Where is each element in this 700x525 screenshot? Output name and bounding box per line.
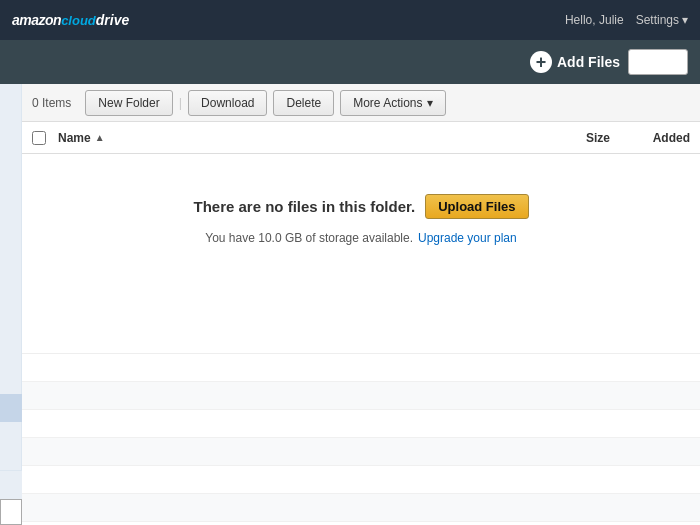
sidebar-bottom-checkbox[interactable] [0, 499, 22, 525]
size-column-header[interactable]: Size [530, 131, 610, 145]
settings-button[interactable]: Settings ▾ [636, 13, 688, 27]
new-folder-button[interactable]: New Folder [85, 90, 172, 116]
settings-label: Settings [636, 13, 679, 27]
select-all-checkbox[interactable] [32, 131, 46, 145]
sidebar-active-item [0, 394, 22, 422]
top-navigation: amazon cloud drive Hello, Julie Settings… [0, 0, 700, 40]
table-row [22, 382, 700, 410]
empty-text: There are no files in this folder. [193, 198, 415, 215]
table-row [22, 410, 700, 438]
table-row [22, 466, 700, 494]
table-row [22, 494, 700, 522]
search-input[interactable] [628, 49, 688, 75]
logo-drive: drive [96, 12, 129, 28]
empty-folder-message: There are no files in this folder. Uploa… [193, 194, 528, 219]
main-content-area: There are no files in this folder. Uploa… [22, 154, 700, 354]
table-header: Name ▲ Size Added [22, 122, 700, 154]
table-row [22, 354, 700, 382]
name-column-header[interactable]: Name ▲ [58, 131, 530, 145]
upgrade-plan-link[interactable]: Upgrade your plan [418, 231, 517, 245]
logo-cloud: cloud [61, 13, 96, 28]
more-actions-label: More Actions [353, 96, 422, 110]
plus-icon: + [530, 51, 552, 73]
sort-ascending-icon: ▲ [95, 132, 105, 143]
name-col-label: Name [58, 131, 91, 145]
nav-right: Hello, Julie Settings ▾ [565, 13, 688, 27]
storage-text: You have 10.0 GB of storage available. [205, 231, 413, 245]
logo-amazon: amazon [12, 12, 61, 28]
settings-arrow-icon: ▾ [682, 13, 688, 27]
table-row [22, 438, 700, 466]
add-files-bar: + Add Files [0, 40, 700, 84]
sidebar [0, 84, 22, 525]
added-column-header[interactable]: Added [610, 131, 690, 145]
more-actions-arrow-icon: ▾ [427, 96, 433, 110]
file-list-rows [22, 354, 700, 525]
download-button[interactable]: Download [188, 90, 267, 116]
more-actions-button[interactable]: More Actions ▾ [340, 90, 445, 116]
item-count: 0 Items [32, 96, 71, 110]
logo-area: amazon cloud drive [12, 12, 129, 28]
hello-user-text: Hello, Julie [565, 13, 624, 27]
add-files-button[interactable]: + Add Files [530, 51, 620, 73]
add-files-label: Add Files [557, 54, 620, 70]
delete-button[interactable]: Delete [273, 90, 334, 116]
sidebar-bottom [0, 470, 22, 525]
toolbar: 0 Items New Folder | Download Delete Mor… [22, 84, 700, 122]
upload-files-button[interactable]: Upload Files [425, 194, 528, 219]
storage-info: You have 10.0 GB of storage available. U… [205, 231, 516, 245]
